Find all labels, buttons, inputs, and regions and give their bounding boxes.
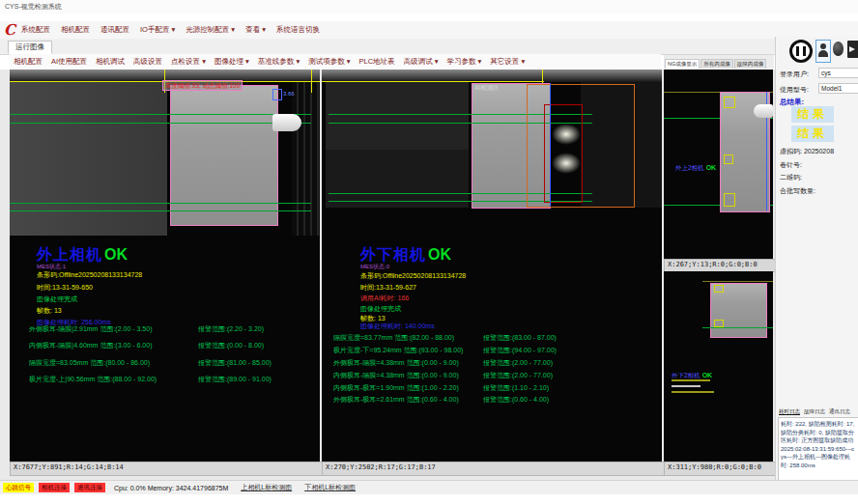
middle-camera-view[interactable]: AI检测区 外下相机OK MES状态:0 条形码:Offline20250208… [322,70,662,462]
login-user-field[interactable]: cys [818,68,858,78]
toolbar-item[interactable]: 高级调试 ▾ [404,57,439,67]
left-camera-view[interactable]: 灰度阈值:93, 动态阈值:100 3.66 外上相机OK MES状态:1 条形… [10,70,320,462]
machine-surface [10,82,167,236]
threshold-label: 灰度阈值:93, 动态阈值:100 [162,80,243,91]
nozzle [272,114,301,131]
app-logo-icon: C [4,21,15,39]
menu-item[interactable]: 系统语言切换 [276,25,320,35]
user-icon[interactable] [815,40,831,63]
toolbar-item[interactable]: PLC地址表 [359,57,395,67]
log-body[interactable]: 耗时: 222, 缺陷检测耗时: 17, 缺陷分类耗时: 0, 缺陷提取分区耗时… [778,417,858,481]
time-text: 时间:13-31-59-627 [360,283,416,293]
measurement-alarm: 报警范围:(0.00 - 8.00) [198,341,264,350]
toolbar-item[interactable]: 基准线参数 ▾ [258,57,300,67]
menu-item[interactable]: 通讯配置 [100,25,129,35]
small-view-tab[interactable]: NG成像显示 [665,59,700,69]
measurement-row: 内侧极耳-极耳=1.90mm 范围:(1.00 - 2.20)报警范围:(1.1… [333,383,652,396]
tab-run-image[interactable]: 运行图像 [8,41,52,54]
measurement-text: 内侧极耳-隔膜|4.60mm 范围:(3.00 - 6.00) [29,341,198,350]
toolbar-item[interactable]: 学习参数 ▾ [446,57,481,67]
log-tab[interactable]: 故障日志 [804,408,825,415]
cpu-memory-text: Cpu: 0.0% Memory: 3424.41796875M [114,485,228,491]
cursor-coords: X:311;Y:980;R:0;G:0;B:0 [668,463,761,471]
comm-connection-badge: 通讯连接 [74,483,105,492]
upper-camera-image-link[interactable]: 上相机L标检测图 [241,483,292,492]
middle-view-statusbar: X:270;Y:2502;R:17;G:17;B:17 [322,462,670,476]
toolbar-item[interactable]: 图像处理 ▾ [214,57,249,67]
measurement-alarm: 报警范围:(1.10 - 2.10) [483,383,549,393]
toolbar: 相机配置AI使用配置相机调试高级设置点检设置 ▾图像处理 ▾基准线参数 ▾测试项… [10,54,661,70]
small-view-tab[interactable]: 故障内成像 [734,59,767,69]
toolbar-item[interactable]: 测试项参数 ▾ [308,57,350,67]
title-bar: CYS-视觉检测系统 [0,0,858,14]
toolbar-item[interactable]: 点检设置 ▾ [171,57,206,67]
cursor-coords: X:270;Y:2502;R:17;G:17;B:17 [326,463,436,471]
measurement-row: 隔膜宽度=83.05mm 范围:(80.00 - 86.00)报警范围:(81.… [29,358,314,375]
reel-number-label: 卷针号: [780,160,802,170]
weld-glow [552,153,581,174]
process-time-text: 图像处理耗时: 140.00ms [360,322,435,331]
measurement-text: 极片宽度-下=95.24mm 范围:(93.00 - 98.00) [333,346,483,355]
measurement-text: 隔膜宽度=83.77mm 范围:(82.00 - 88.00) [333,333,483,343]
baseline-green [702,327,773,328]
toolbar-item[interactable]: 其它设置 ▾ [490,57,525,67]
log-tab[interactable]: 通讯日志 [829,408,850,415]
menu-item[interactable]: 相机配置 [61,25,90,35]
measurement-text: 极片宽度-上|90.56mm 范围:(88.00 - 92.00) [29,375,198,384]
defect-marker [714,285,724,293]
log-tab[interactable]: 耗时日志 [779,408,800,415]
lower-camera-image-link[interactable]: 下相机L标检测图 [304,483,356,492]
menu-item[interactable]: 光源控制配置 ▾ [186,25,235,35]
log-line-mark [672,385,701,387]
menu-item[interactable]: 查看 ▾ [245,25,266,35]
log-tabs: 耗时日志故障日志通讯日志 [779,408,850,415]
model-field[interactable]: Model1 [818,83,858,94]
measurement-text: 内侧极耳-极耳=1.90mm 范围:(1.00 - 2.20) [333,383,483,393]
menu-bar: C 系统配置相机配置通讯配置IO手配置 ▾光源控制配置 ▾查看 ▾系统语言切换 [0,21,858,40]
camera-name: 外上相机 [37,246,102,263]
barcode-text: 条形码:Offline20250208133134728 [37,270,142,280]
right-top-view-statusbar: X:267;Y:13;R:0;G:0;B:0 [664,259,781,272]
mes-status: MES状态:0 [360,263,389,271]
process-done-text: 图像处理完成 [37,294,77,304]
measurement-text: 内侧极耳-隔膜=4.38mm 范围:(0.00 - 9.00) [333,371,483,380]
olive-guide-line [702,281,773,282]
menu-item[interactable]: IO手配置 ▾ [140,25,175,35]
defect-marker [724,97,735,108]
exit-icon[interactable] [847,41,858,58]
side-panel: 登录用户: cys 使用型号: Model1 总结果: 结果 结果 虚拟码: 2… [775,37,858,480]
lock-icon[interactable] [833,42,844,56]
measurement-row: 内侧极耳-隔膜=4.38mm 范围:(0.00 - 9.00)报警范围:(2.0… [333,371,652,383]
toolbar-item[interactable]: 高级设置 [133,57,162,67]
ai-time-text: 调用AI耗时: 166 [360,294,409,303]
right-top-camera-view[interactable]: 外上2相机OK [664,70,773,259]
pause-icon[interactable] [789,40,813,63]
measurement-alarm: 报警范围:(2.00 - 77.00) [483,358,553,368]
result-ok: OK [104,246,128,263]
measurement-alarm: 报警范围:(2.20 - 3.20) [198,324,264,334]
cursor-coords: X:267;Y:13;R:0;G:0;B:0 [668,261,758,268]
menu-item[interactable]: 系统配置 [21,25,50,35]
machine-surface [326,150,469,208]
measure-marker-box [272,89,282,100]
toolbar-item[interactable]: 相机配置 [14,57,43,67]
measurement-text: 外侧极耳-极耳=2.61mm 范围:(0.60 - 4.00) [333,395,483,405]
measurement-alarm: 报警范围:(89.00 - 91.00) [198,375,272,384]
measurement-row: 外侧极耳-隔膜|2.91mm 范围:(2.00 - 3.50)报警范围:(2.2… [29,324,314,341]
measurement-text: 外侧极耳-隔膜|2.91mm 范围:(2.00 - 3.50) [29,324,198,334]
camera-name: 外下2相机 [672,372,701,378]
right-bottom-view-statusbar: X:311;Y:980;R:0;G:0;B:0 [664,462,781,476]
cursor-coords: X:7677;Y:891;R:14;G:14;B:14 [14,463,124,471]
small-view-tab[interactable]: 所有内成像 [701,59,733,69]
measurement-row: 外侧极耳-隔膜=4.38mm 范围:(0.00 - 9.00)报警范围:(2.0… [333,358,652,371]
batch-count-label: 合批写数量: [780,186,815,196]
toolbar-item[interactable]: 相机调试 [96,57,125,67]
result-box-lower: 结果 [791,126,834,142]
yellow-guide-line [311,70,312,93]
measurement-list: 隔膜宽度=83.77mm 范围:(82.00 - 88.00)报警范围:(83.… [333,333,652,407]
virtual-code-text: 虚拟码: 20250208 [780,147,834,156]
cell-region-outline [170,85,278,226]
right-bottom-camera-view[interactable]: 外下2相机OK [664,271,773,462]
yellow-guide-line [322,81,544,82]
toolbar-item[interactable]: AI使用配置 [51,57,87,67]
